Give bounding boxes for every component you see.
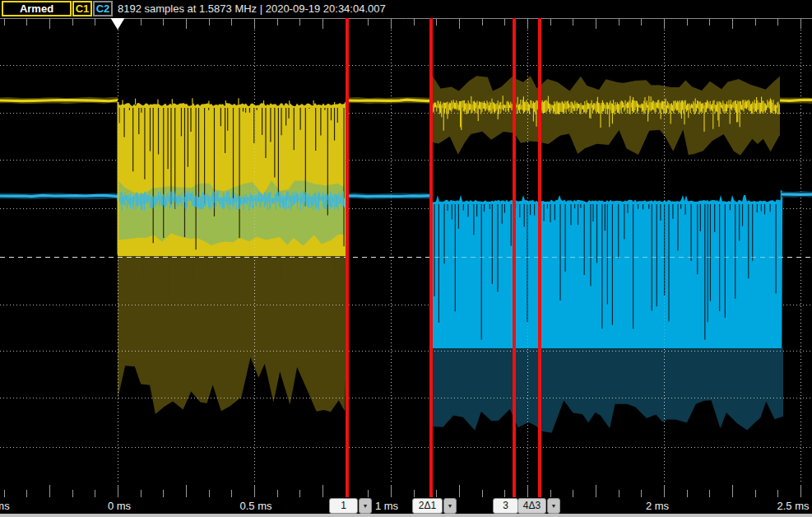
time-axis-label: 0 ms	[108, 498, 131, 514]
cursor-dropdown-arrow-4[interactable]: ▼	[547, 498, 560, 514]
channel-1-badge[interactable]: C1	[72, 1, 92, 16]
cursor-4-line[interactable]	[538, 18, 541, 497]
cursor-2-line[interactable]	[429, 18, 433, 497]
channel-2-badge[interactable]: C2	[93, 1, 113, 16]
cursor-button-1[interactable]: 1	[329, 498, 358, 514]
time-axis-label: 1 ms	[375, 498, 398, 514]
time-axis-bar: -0.5 ms0 ms0.5 ms1 ms2 ms2.5 ms1▼2Δ1▼34Δ…	[0, 498, 812, 514]
cursor-1-line[interactable]	[346, 18, 349, 497]
cursor-dropdown-arrow-1[interactable]: ▼	[359, 498, 372, 514]
scope-display[interactable]	[0, 18, 812, 498]
trigger-status-badge[interactable]: Armed	[2, 1, 72, 16]
cursor-dropdown-arrow-2[interactable]: ▼	[443, 498, 457, 514]
oscilloscope-app: Armed C1 C2 8192 samples at 1.5873 MHz |…	[0, 0, 812, 517]
status-bar: Armed C1 C2 8192 samples at 1.5873 MHz |…	[0, 0, 812, 18]
time-axis-label: -0.5 ms	[0, 498, 10, 514]
time-axis-label: 2 ms	[646, 498, 669, 514]
time-axis-label: 2.5 ms	[777, 498, 809, 514]
cursor-button-3[interactable]: 3	[493, 498, 518, 514]
cursor-button-2[interactable]: 2Δ1	[412, 498, 443, 514]
capture-info-text: 8192 samples at 1.5873 MHz | 2020-09-19 …	[118, 0, 386, 18]
cursor-button-4[interactable]: 4Δ3	[517, 498, 546, 514]
bottom-edge-strip	[0, 514, 812, 517]
cursor-3-line[interactable]	[513, 18, 516, 497]
time-axis-label: 0.5 ms	[239, 498, 271, 514]
